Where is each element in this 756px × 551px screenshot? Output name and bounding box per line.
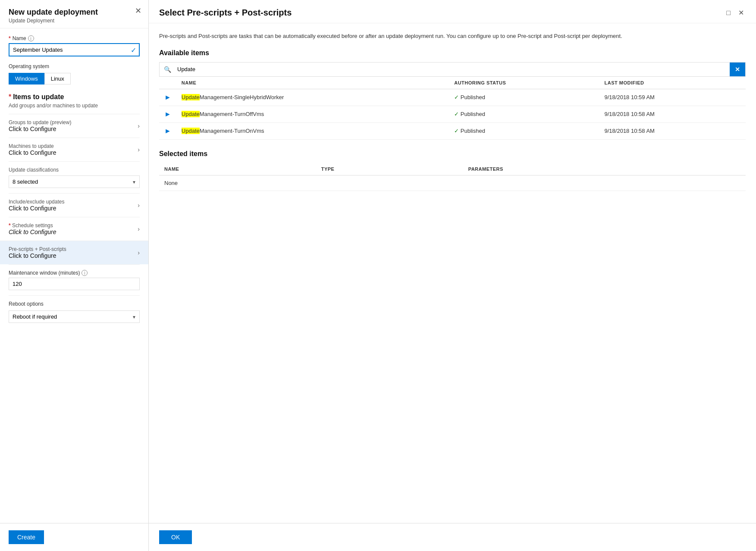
published-check-icon: ✓ bbox=[454, 128, 459, 134]
name-highlight: Update bbox=[182, 94, 200, 100]
os-linux-button[interactable]: Linux bbox=[44, 73, 71, 85]
maintenance-section: Maintenance window (minutes) i bbox=[9, 264, 140, 295]
schedule-chevron-icon: › bbox=[138, 225, 140, 232]
groups-chevron-icon: › bbox=[138, 122, 140, 129]
available-items-table: NAME AUTHORING STATUS LAST MODIFIED ► Up… bbox=[159, 77, 746, 140]
item-name-link[interactable]: UpdateManagement-TurnOffVms bbox=[182, 111, 264, 117]
classifications-dropdown[interactable]: 8 selected bbox=[9, 175, 140, 188]
right-close-button[interactable]: ✕ bbox=[737, 8, 746, 18]
pre-post-label: Pre-scripts + Post-scripts bbox=[9, 246, 138, 252]
row-name-cell: UpdateManagement-TurnOffVms bbox=[176, 106, 449, 122]
available-items-heading: Available items bbox=[159, 49, 746, 57]
table-row[interactable]: ► UpdateManagement-SingleHybridWorker ✓ … bbox=[159, 89, 746, 106]
description-text: Pre-scripts and Post-scripts are tasks t… bbox=[159, 32, 746, 41]
include-exclude-label: Include/exclude updates bbox=[9, 199, 138, 205]
items-required-star: * bbox=[9, 93, 11, 101]
selected-items-table: NAME TYPE PARAMETERS None bbox=[159, 163, 746, 191]
right-panel: Select Pre-scripts + Post-scripts □ ✕ Pr… bbox=[149, 0, 756, 551]
groups-config-content: Groups to update (preview) Click to Conf… bbox=[9, 119, 138, 132]
maintenance-info-icon[interactable]: i bbox=[82, 270, 88, 276]
include-exclude-value: Click to Configure bbox=[9, 205, 138, 212]
machines-config-row[interactable]: Machines to update Click to Configure › bbox=[9, 138, 140, 161]
groups-label: Groups to update (preview) bbox=[9, 119, 138, 125]
name-info-icon[interactable]: i bbox=[28, 35, 34, 41]
row-status-cell: ✓ Published bbox=[449, 106, 599, 122]
items-desc: Add groups and/or machines to update bbox=[9, 103, 140, 109]
selected-none-text: None bbox=[159, 175, 746, 191]
row-icon-cell: ► bbox=[159, 89, 176, 106]
search-icon: 🔍 bbox=[160, 63, 176, 76]
classifications-section: Update classifications 8 selected bbox=[9, 161, 140, 193]
available-col-name: NAME bbox=[176, 77, 449, 89]
panel-title: New update deployment bbox=[9, 8, 140, 17]
right-panel-body: Pre-scripts and Post-scripts are tasks t… bbox=[149, 23, 756, 523]
pre-post-config-row[interactable]: Pre-scripts + Post-scripts Click to Conf… bbox=[0, 241, 148, 264]
name-highlight: Update bbox=[182, 128, 200, 134]
os-toggle: Windows Linux bbox=[9, 73, 140, 85]
maximize-button[interactable]: □ bbox=[725, 8, 732, 18]
classifications-dropdown-wrapper: 8 selected bbox=[9, 175, 140, 188]
schedule-label: * Schedule settings bbox=[9, 222, 138, 229]
item-name-link[interactable]: UpdateManagement-TurnOnVms bbox=[182, 128, 264, 134]
os-windows-button[interactable]: Windows bbox=[9, 73, 44, 85]
right-header-icons: □ ✕ bbox=[725, 8, 746, 18]
search-clear-button[interactable]: ✕ bbox=[730, 63, 745, 76]
row-icon-cell: ► bbox=[159, 122, 176, 139]
script-icon: ► bbox=[164, 110, 171, 118]
table-row[interactable]: ► UpdateManagement-TurnOffVms ✓ Publishe… bbox=[159, 106, 746, 122]
selected-items-section: Selected items NAME TYPE PARAMETERS None bbox=[159, 150, 746, 191]
available-col-modified: LAST MODIFIED bbox=[599, 77, 746, 89]
machines-label: Machines to update bbox=[9, 143, 138, 149]
selected-col-type: TYPE bbox=[316, 163, 463, 175]
reboot-section: Reboot options Reboot if required Never … bbox=[9, 295, 140, 328]
include-exclude-chevron-icon: › bbox=[138, 202, 140, 209]
include-exclude-config-content: Include/exclude updates Click to Configu… bbox=[9, 199, 138, 212]
pre-post-config-content: Pre-scripts + Post-scripts Click to Conf… bbox=[9, 246, 138, 259]
schedule-config-row[interactable]: * Schedule settings Click to Configure › bbox=[9, 217, 140, 241]
left-panel-footer: Create bbox=[0, 523, 148, 551]
name-input[interactable] bbox=[9, 43, 140, 56]
left-panel: New update deployment Update Deployment … bbox=[0, 0, 149, 551]
right-panel-title: Select Pre-scripts + Post-scripts bbox=[159, 8, 292, 18]
table-row[interactable]: ► UpdateManagement-TurnOnVms ✓ Published… bbox=[159, 122, 746, 139]
maintenance-label: Maintenance window (minutes) i bbox=[9, 270, 140, 276]
selected-col-name: NAME bbox=[159, 163, 316, 175]
maintenance-input[interactable] bbox=[9, 278, 140, 290]
selected-none-row: None bbox=[159, 175, 746, 191]
row-name-cell: UpdateManagement-TurnOnVms bbox=[176, 122, 449, 139]
selected-col-params: PARAMETERS bbox=[463, 163, 746, 175]
name-input-wrapper: ✓ bbox=[9, 43, 140, 56]
pre-post-chevron-icon: › bbox=[138, 249, 140, 256]
pre-post-value: Click to Configure bbox=[9, 252, 138, 259]
required-star: * bbox=[9, 35, 11, 41]
published-check-icon: ✓ bbox=[454, 94, 459, 100]
reboot-dropdown[interactable]: Reboot if required Never reboot Always r… bbox=[9, 310, 140, 323]
left-panel-header: New update deployment Update Deployment … bbox=[0, 0, 148, 28]
ok-button[interactable]: OK bbox=[159, 530, 192, 544]
available-table-header-row: NAME AUTHORING STATUS LAST MODIFIED bbox=[159, 77, 746, 89]
selected-items-heading: Selected items bbox=[159, 150, 746, 158]
schedule-config-content: * Schedule settings Click to Configure bbox=[9, 222, 138, 235]
items-title: * Items to update bbox=[9, 93, 140, 101]
include-exclude-config-row[interactable]: Include/exclude updates Click to Configu… bbox=[9, 193, 140, 217]
item-name-link[interactable]: UpdateManagement-SingleHybridWorker bbox=[182, 94, 284, 100]
script-icon: ► bbox=[164, 94, 171, 101]
schedule-value: Click to Configure bbox=[9, 229, 138, 235]
right-panel-footer: OK bbox=[149, 523, 756, 551]
name-check-icon: ✓ bbox=[131, 46, 136, 54]
reboot-label: Reboot options bbox=[9, 301, 140, 307]
row-modified-cell: 9/18/2018 10:59 AM bbox=[599, 89, 746, 106]
create-button[interactable]: Create bbox=[9, 530, 44, 544]
selected-table-header-row: NAME TYPE PARAMETERS bbox=[159, 163, 746, 175]
available-items-table-container: NAME AUTHORING STATUS LAST MODIFIED ► Up… bbox=[159, 77, 746, 140]
groups-value: Click to Configure bbox=[9, 125, 138, 132]
row-modified-cell: 9/18/2018 10:58 AM bbox=[599, 106, 746, 122]
close-button[interactable]: ✕ bbox=[135, 7, 141, 15]
name-label: * Name i bbox=[9, 35, 140, 41]
published-check-icon: ✓ bbox=[454, 111, 459, 117]
search-input[interactable] bbox=[176, 63, 730, 76]
script-icon: ► bbox=[164, 127, 171, 135]
groups-config-row[interactable]: Groups to update (preview) Click to Conf… bbox=[9, 114, 140, 138]
machines-config-content: Machines to update Click to Configure bbox=[9, 143, 138, 156]
row-status-cell: ✓ Published bbox=[449, 89, 599, 106]
